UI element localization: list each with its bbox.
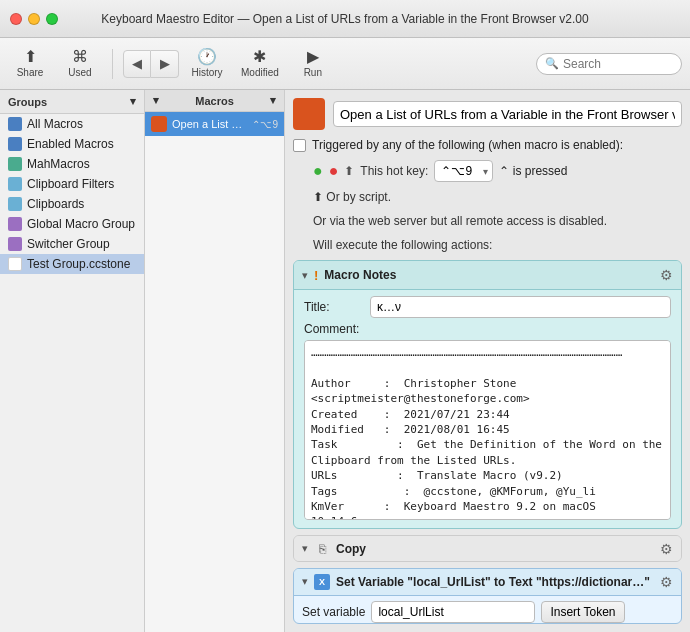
- run-button[interactable]: ▶ Run: [291, 43, 335, 85]
- modified-button[interactable]: ✱ Modified: [235, 43, 285, 85]
- action-copy: ▾ ⎘ Copy ⚙: [293, 535, 682, 562]
- action-header: ▾ ! Macro Notes ⚙: [294, 261, 681, 290]
- copy-collapse-toggle[interactable]: ▾: [302, 542, 308, 555]
- groups-header: Groups ▾: [0, 90, 144, 114]
- macros-list: ▾ Macros ▾ Open a List of URLs fro… ⌃⌥9: [145, 90, 285, 632]
- action-collapse-toggle[interactable]: ▾: [302, 269, 308, 282]
- setvar-title: Set Variable "local_UrlList" to Text "ht…: [336, 575, 654, 589]
- title-field-row: Title:: [304, 296, 671, 318]
- macros-header-label: Macros: [195, 95, 234, 107]
- toolbar-separator: [112, 49, 113, 79]
- sidebar-item-label: Test Group.ccstone: [27, 257, 130, 271]
- share-label: Share: [17, 67, 44, 78]
- macros-filter-arrow: ▾: [270, 94, 276, 107]
- forward-button[interactable]: ▶: [151, 50, 179, 78]
- run-icon: ▶: [307, 49, 319, 65]
- setvar-label: Set variable: [302, 605, 365, 619]
- sidebar-item-label: Clipboards: [27, 197, 84, 211]
- search-box[interactable]: 🔍: [536, 53, 682, 75]
- sidebar-item-switcher-group[interactable]: Switcher Group: [0, 234, 144, 254]
- group-icon: [8, 177, 22, 191]
- modified-label: Modified: [241, 67, 279, 78]
- main-layout: Groups ▾ All Macros Enabled Macros MahMa…: [0, 90, 690, 632]
- share-icon: ⬆: [24, 49, 37, 65]
- copy-gear-icon[interactable]: ⚙: [660, 541, 673, 557]
- macro-icon: [151, 116, 167, 132]
- search-input[interactable]: [563, 57, 673, 71]
- used-icon: ⌘: [72, 49, 88, 65]
- will-execute-label: Will execute the following actions:: [293, 236, 682, 254]
- trigger-label: Triggered by any of the following (when …: [312, 138, 623, 152]
- history-label: History: [191, 67, 222, 78]
- hotkey-label: This hot key:: [360, 164, 428, 178]
- history-button[interactable]: 🕐 History: [185, 43, 229, 85]
- editor-area: Triggered by any of the following (when …: [285, 90, 690, 632]
- copy-title: Copy: [336, 542, 654, 556]
- hotkey-shift-icon: ⬆: [344, 164, 354, 178]
- trigger-row: Triggered by any of the following (when …: [293, 136, 682, 154]
- groups-sidebar: Groups ▾ All Macros Enabled Macros MahMa…: [0, 90, 145, 632]
- minimize-button[interactable]: [28, 13, 40, 25]
- maximize-button[interactable]: [46, 13, 58, 25]
- hotkey-enabled-icon: ●: [313, 163, 323, 179]
- sidebar-item-clipboard-filters[interactable]: Clipboard Filters: [0, 174, 144, 194]
- close-button[interactable]: [10, 13, 22, 25]
- hotkey-select-wrap: ⌃⌥9: [434, 160, 493, 182]
- toolbar: ⬆ Share ⌘ Used ◀ ▶ 🕐 History ✱ Modified …: [0, 38, 690, 90]
- traffic-lights: [10, 13, 58, 25]
- macros-header: ▾ Macros ▾: [145, 90, 284, 112]
- sidebar-item-label: MahMacros: [27, 157, 90, 171]
- sidebar-item-test-group[interactable]: Test Group.ccstone: [0, 254, 144, 274]
- or-web-server: Or via the web server but all remote acc…: [293, 212, 682, 230]
- used-button[interactable]: ⌘ Used: [58, 43, 102, 85]
- groups-sort-arrow: ▾: [130, 95, 136, 108]
- titlebar: Keyboard Maestro Editor — Open a List of…: [0, 0, 690, 38]
- back-button[interactable]: ◀: [123, 50, 151, 78]
- setvar-name-input[interactable]: [371, 601, 535, 623]
- hotkey-select[interactable]: ⌃⌥9: [434, 160, 493, 182]
- sidebar-item-all-macros[interactable]: All Macros: [0, 114, 144, 134]
- used-label: Used: [68, 67, 91, 78]
- sidebar-item-label: Enabled Macros: [27, 137, 114, 151]
- group-icon: [8, 117, 22, 131]
- action-warning-icon: !: [314, 268, 318, 283]
- setvar-icon: X: [314, 574, 330, 590]
- group-icon: [8, 157, 22, 171]
- title-field-input[interactable]: [370, 296, 671, 318]
- group-icon: [8, 197, 22, 211]
- search-icon: 🔍: [545, 57, 559, 70]
- pressed-label: ⌃ is pressed: [499, 164, 567, 178]
- macro-item-open-urls[interactable]: Open a List of URLs fro… ⌃⌥9: [145, 112, 284, 136]
- macro-shortcut: ⌃⌥9: [252, 119, 278, 130]
- sidebar-item-global-macro-group[interactable]: Global Macro Group: [0, 214, 144, 234]
- sidebar-item-label: Global Macro Group: [27, 217, 135, 231]
- action-title: Macro Notes: [324, 268, 654, 282]
- action-gear-icon[interactable]: ⚙: [660, 267, 673, 283]
- sidebar-item-label: Switcher Group: [27, 237, 110, 251]
- macro-title-input[interactable]: [333, 101, 682, 127]
- history-nav: ◀ ▶: [123, 50, 179, 78]
- sidebar-item-enabled-macros[interactable]: Enabled Macros: [0, 134, 144, 154]
- hotkey-row: ● ● ⬆ This hot key: ⌃⌥9 ⌃ is pressed: [293, 160, 682, 182]
- action-macro-notes: ▾ ! Macro Notes ⚙ Title: Comment: …………………: [293, 260, 682, 529]
- share-button[interactable]: ⬆ Share: [8, 43, 52, 85]
- sidebar-item-clipboards[interactable]: Clipboards: [0, 194, 144, 214]
- run-label: Run: [304, 67, 322, 78]
- comment-label: Comment:: [304, 322, 364, 336]
- macro-title-row: [293, 98, 682, 130]
- trigger-checkbox[interactable]: [293, 139, 306, 152]
- sidebar-item-mahmacros[interactable]: MahMacros: [0, 154, 144, 174]
- macro-icon-large: [293, 98, 325, 130]
- group-icon: [8, 237, 22, 251]
- setvar-collapse-toggle[interactable]: ▾: [302, 575, 308, 588]
- comment-textarea[interactable]: ……………………………………………………………………………………………………………: [304, 340, 671, 520]
- group-icon: [8, 217, 22, 231]
- insert-token-button[interactable]: Insert Token: [541, 601, 624, 623]
- comment-field-row: Comment:: [304, 322, 671, 336]
- setvar-gear-icon[interactable]: ⚙: [660, 574, 673, 590]
- group-icon: [8, 137, 22, 151]
- modified-icon: ✱: [253, 49, 266, 65]
- sidebar-item-label: Clipboard Filters: [27, 177, 114, 191]
- macros-sort-arrow: ▾: [153, 94, 159, 107]
- sidebar-item-label: All Macros: [27, 117, 83, 131]
